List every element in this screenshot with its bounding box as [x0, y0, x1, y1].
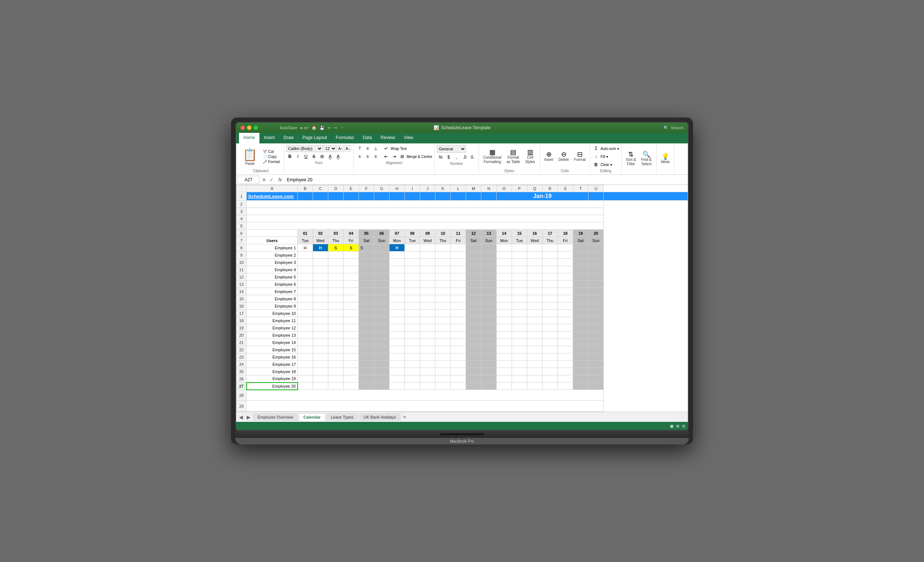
e14-8[interactable]	[405, 339, 420, 346]
e18-4[interactable]	[344, 368, 359, 375]
day-thu1[interactable]: Thu	[328, 237, 344, 244]
e6-20[interactable]	[588, 281, 604, 288]
e5-14[interactable]	[496, 274, 512, 281]
day-tue2[interactable]: Tue	[405, 237, 420, 244]
e5-7[interactable]	[390, 274, 405, 281]
e8-19[interactable]	[573, 295, 588, 302]
e10-8[interactable]	[405, 310, 420, 317]
col-header-K[interactable]: K	[435, 185, 451, 192]
e4-19[interactable]	[573, 266, 588, 274]
e14-11[interactable]	[451, 339, 466, 346]
e13-20[interactable]	[588, 332, 604, 339]
bold-button[interactable]: B	[286, 153, 294, 160]
e12-7[interactable]	[390, 324, 405, 332]
e8-15[interactable]	[512, 295, 527, 302]
cell-03[interactable]: 03	[328, 230, 344, 237]
col-header-Q[interactable]: Q	[527, 185, 543, 192]
e14-9[interactable]	[420, 339, 435, 346]
e3-16[interactable]	[527, 259, 543, 266]
e18-6[interactable]	[374, 368, 390, 375]
e2-4[interactable]	[344, 251, 359, 259]
e14-12[interactable]	[466, 339, 481, 346]
e13-16[interactable]	[527, 332, 543, 339]
e16-16[interactable]	[527, 353, 543, 361]
find-select-button[interactable]: 🔍 Find &Select	[639, 150, 654, 167]
e15-15[interactable]	[512, 346, 527, 353]
e3-3[interactable]	[328, 259, 344, 266]
sort-filter-button[interactable]: ⇅ Sort &Filter	[624, 150, 638, 167]
day-fri3[interactable]: Fri	[558, 237, 573, 244]
e15-9[interactable]	[420, 346, 435, 353]
e11-7[interactable]	[390, 317, 405, 324]
e18-13[interactable]	[481, 368, 496, 375]
e8-11[interactable]	[451, 295, 466, 302]
cell-n1[interactable]	[481, 192, 496, 200]
e2-7[interactable]	[390, 251, 405, 259]
format-as-table-button[interactable]: ▤ Formatas Table	[504, 148, 522, 165]
minimize-btn[interactable]	[247, 126, 251, 130]
e13-19[interactable]	[573, 332, 588, 339]
col-header-H[interactable]: H	[390, 185, 405, 192]
emp11-name[interactable]: Employee 11	[247, 317, 298, 324]
add-sheet-button[interactable]: +	[402, 414, 408, 420]
cell-a2[interactable]	[247, 200, 604, 208]
e5-1[interactable]	[298, 274, 313, 281]
e5-8[interactable]	[405, 274, 420, 281]
e14-4[interactable]	[344, 339, 359, 346]
e16-4[interactable]	[344, 353, 359, 361]
e2-11[interactable]	[451, 251, 466, 259]
e11-5[interactable]	[359, 317, 374, 324]
e17-19[interactable]	[573, 361, 588, 368]
undo-icon[interactable]: ↩	[327, 126, 331, 130]
tab-calendar[interactable]: Calendar	[299, 413, 326, 421]
e15-19[interactable]	[573, 346, 588, 353]
emp1-name[interactable]: Employee 1	[247, 244, 298, 251]
day-fri1[interactable]: Fri	[344, 237, 359, 244]
e8-8[interactable]	[405, 295, 420, 302]
e2-5[interactable]	[359, 251, 374, 259]
e17-15[interactable]	[512, 361, 527, 368]
e13-3[interactable]	[328, 332, 344, 339]
e6-4[interactable]	[344, 281, 359, 288]
comma-button[interactable]: ,	[453, 154, 460, 161]
e17-8[interactable]	[405, 361, 420, 368]
e2-15[interactable]	[512, 251, 527, 259]
e11-14[interactable]	[496, 317, 512, 324]
e10-17[interactable]	[543, 310, 558, 317]
cell-a4[interactable]	[247, 215, 604, 223]
font-size-select[interactable]: 12	[324, 145, 337, 152]
e20-2[interactable]	[313, 383, 328, 390]
e16-12[interactable]	[466, 353, 481, 361]
e11-8[interactable]	[405, 317, 420, 324]
e19-13[interactable]	[481, 375, 496, 383]
cell-14[interactable]: 14	[496, 230, 512, 237]
e13-11[interactable]	[451, 332, 466, 339]
e5-17[interactable]	[543, 274, 558, 281]
day-sat3[interactable]: Sat	[573, 237, 588, 244]
e20-19[interactable]	[573, 383, 588, 390]
e9-5[interactable]	[359, 302, 374, 310]
e19-12[interactable]	[466, 375, 481, 383]
cut-button[interactable]: ✂️ Cut	[262, 149, 281, 154]
e6-6[interactable]	[374, 281, 390, 288]
cell-g1[interactable]	[374, 192, 390, 200]
e10-7[interactable]	[390, 310, 405, 317]
e12-2[interactable]	[313, 324, 328, 332]
e15-3[interactable]	[328, 346, 344, 353]
e19-20[interactable]	[588, 375, 604, 383]
e12-15[interactable]	[512, 324, 527, 332]
align-right-button[interactable]: ≡	[372, 153, 379, 160]
currency-button[interactable]: $	[445, 154, 452, 161]
e4-3[interactable]	[328, 266, 344, 274]
e2-3[interactable]	[328, 251, 344, 259]
e7-20[interactable]	[588, 288, 604, 295]
col-header-R[interactable]: R	[543, 185, 558, 192]
e17-16[interactable]	[527, 361, 543, 368]
cell-07[interactable]: 07	[390, 230, 405, 237]
e7-7[interactable]	[390, 288, 405, 295]
e16-1[interactable]	[298, 353, 313, 361]
e17-5[interactable]	[359, 361, 374, 368]
view-normal-icon[interactable]: ▦	[670, 424, 674, 428]
e8-5[interactable]	[359, 295, 374, 302]
e3-10[interactable]	[435, 259, 451, 266]
